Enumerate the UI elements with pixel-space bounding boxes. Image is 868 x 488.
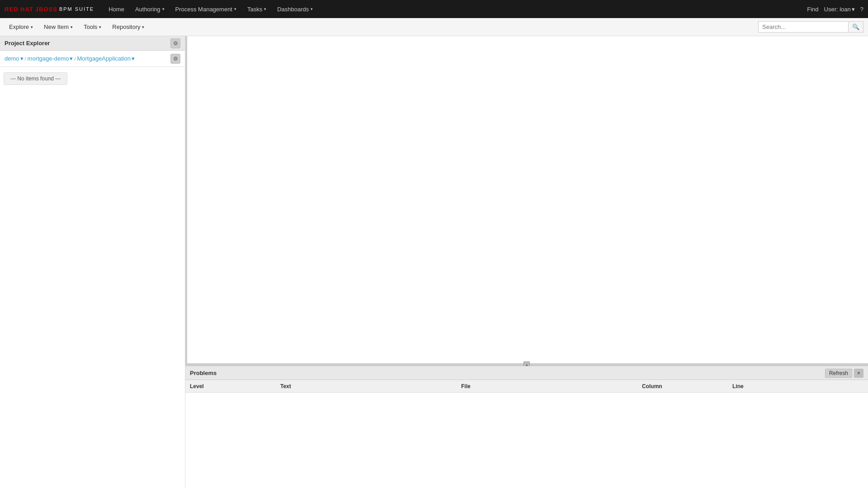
close-problems-button[interactable]: × [854, 369, 863, 378]
tools-caret: ▾ [99, 25, 101, 29]
col-header-level: Level [185, 383, 276, 389]
nav-process-management[interactable]: Process Management ▾ [170, 0, 242, 18]
col-header-line: Line [728, 383, 868, 389]
explore-caret: ▾ [31, 25, 33, 29]
new-item-button[interactable]: New Item ▾ [39, 22, 77, 32]
search-button[interactable]: 🔍 [849, 21, 863, 33]
nav-tasks[interactable]: Tasks ▾ [242, 0, 272, 18]
breadcrumb-row: demo ▾ / mortgage-demo ▾ / MortgageAppli… [0, 51, 185, 67]
find-link[interactable]: Find [807, 6, 818, 13]
dashboards-caret: ▾ [311, 7, 313, 11]
breadcrumb-mortgage-caret: ▾ [70, 55, 73, 62]
nav-home[interactable]: Home [103, 0, 130, 18]
breadcrumb-sep-2: / [74, 56, 75, 61]
repository-button[interactable]: Repository ▾ [108, 22, 149, 32]
left-panel: Project Explorer ⚙ demo ▾ / mortgage-dem… [0, 36, 185, 488]
brand-logo: RED HAT JBOSS BPM SUITE [5, 6, 94, 13]
top-navbar: RED HAT JBOSS BPM SUITE Home Authoring ▾… [0, 0, 868, 18]
col-header-text: Text [276, 383, 457, 389]
authoring-caret: ▾ [162, 7, 165, 11]
repository-caret: ▾ [142, 25, 144, 29]
new-item-caret: ▾ [71, 25, 73, 29]
user-menu[interactable]: User: loan ▾ [824, 6, 855, 13]
problems-actions: Refresh × [825, 369, 863, 378]
brand-red-hat: RED HAT [5, 6, 33, 13]
problems-table-header: Level Text File Column Line [185, 380, 868, 393]
nav-authoring[interactable]: Authoring ▾ [130, 0, 170, 18]
search-input[interactable] [758, 21, 849, 33]
breadcrumb-mortgage-demo[interactable]: mortgage-demo ▾ [28, 55, 73, 62]
breadcrumb-demo-caret: ▾ [20, 55, 24, 62]
project-explorer-title: Project Explorer [5, 40, 50, 47]
problems-title: Problems [190, 370, 217, 376]
project-explorer-settings-button[interactable]: ⚙ [170, 38, 180, 48]
no-items-found: --- No items found --- [4, 72, 67, 85]
top-nav-menu: Home Authoring ▾ Process Management ▾ Ta… [103, 0, 807, 18]
project-explorer-header: Project Explorer ⚙ [0, 36, 185, 51]
search-container: 🔍 [758, 21, 863, 33]
user-caret: ▾ [852, 6, 855, 13]
brand-jboss: JBOSS [35, 6, 57, 13]
help-link[interactable]: ? [860, 6, 863, 13]
process-mgmt-caret: ▾ [234, 7, 236, 11]
nav-dashboards[interactable]: Dashboards ▾ [272, 0, 318, 18]
explore-button[interactable]: Explore ▾ [5, 22, 38, 32]
refresh-button[interactable]: Refresh [825, 369, 852, 378]
breadcrumb-sep-1: / [25, 56, 26, 61]
tasks-caret: ▾ [264, 7, 266, 11]
top-nav-right: Find User: loan ▾ ? [807, 6, 863, 13]
main-layout: Project Explorer ⚙ demo ▾ / mortgage-dem… [0, 36, 868, 488]
breadcrumb-app-caret: ▾ [132, 55, 135, 62]
problems-header: Problems Refresh × [185, 366, 868, 380]
breadcrumb-settings-button[interactable]: ⚙ [170, 54, 180, 64]
secondary-toolbar: Explore ▾ New Item ▾ Tools ▾ Repository … [0, 18, 868, 36]
bottom-panel: Problems Refresh × Level Text File Colum… [185, 366, 868, 488]
breadcrumb-mortgage-app[interactable]: MortgageApplication ▾ [77, 55, 135, 62]
brand-bpm-suite: BPM SUITE [59, 6, 94, 12]
col-header-column: Column [637, 383, 728, 389]
explorer-content: --- No items found --- [0, 67, 185, 488]
col-header-file: File [457, 383, 637, 389]
tools-button[interactable]: Tools ▾ [79, 22, 106, 32]
breadcrumb-demo[interactable]: demo ▾ [5, 55, 24, 62]
